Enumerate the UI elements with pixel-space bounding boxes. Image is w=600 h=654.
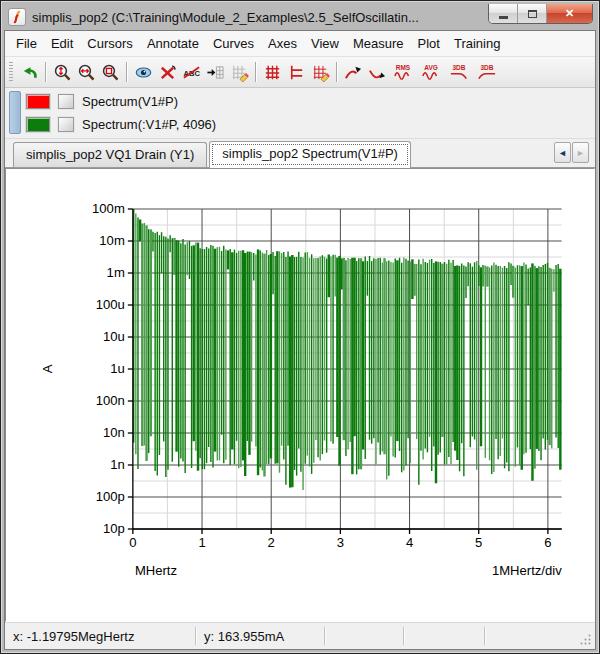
menu-plot[interactable]: Plot [411, 33, 447, 54]
status-bar: x: -1.19795MegHertz y: 163.955mA [5, 622, 595, 649]
plot-panel[interactable]: 100m10m1m100u10u1u100n10n1n100p10p012345… [5, 168, 595, 622]
zoom-x-icon[interactable] [74, 60, 98, 84]
rms-icon[interactable]: RMS [389, 60, 417, 84]
stack-axes-icon[interactable] [284, 60, 308, 84]
y-tick-label: 10u [103, 329, 125, 344]
show-curve-eye-icon[interactable] [131, 60, 155, 84]
curve-label[interactable]: Spectrum(V1#P) [82, 94, 178, 109]
menu-bar: FileEditCursorsAnnotateCurvesAxesViewMea… [5, 31, 595, 57]
y-tick-label: 1u [110, 361, 125, 376]
status-y-readout: y: 163.955mA [196, 623, 324, 649]
curve-peak-icon[interactable] [341, 60, 365, 84]
curve-label[interactable]: Spectrum(:V1#P, 4096) [82, 117, 216, 132]
y-axis-unit: A [40, 364, 55, 373]
y-tick-label: 100m [92, 201, 125, 216]
title-bar[interactable]: simplis_pop2 (C:\Training\Module_2_Examp… [4, 4, 596, 30]
y-tick-label: 10m [99, 233, 124, 248]
toolbar-separator [255, 62, 256, 82]
menu-cursors[interactable]: Cursors [80, 33, 140, 54]
add-grid-icon[interactable] [260, 60, 284, 84]
x-tick-label: 1 [198, 535, 205, 550]
x-tick-label: 2 [268, 535, 275, 550]
zoom-y-icon[interactable] [50, 60, 74, 84]
menu-axes[interactable]: Axes [261, 33, 304, 54]
curve-enable-checkbox[interactable] [58, 117, 74, 132]
curve-color-swatch[interactable] [26, 117, 50, 132]
spectrum-curve [134, 209, 561, 490]
spectrum-plot[interactable]: 100m10m1m100u10u1u100n10n1n100p10p012345… [6, 169, 594, 621]
y-tick-label: 100n [96, 393, 125, 408]
app-window: simplis_pop2 (C:\Training\Module_2_Examp… [0, 0, 600, 654]
x-tick-label: 6 [544, 535, 551, 550]
x-axis-div-label: 1MHertz/div [492, 563, 562, 578]
avg-icon[interactable]: AVG [417, 60, 445, 84]
y-tick-label: 10p [103, 521, 125, 536]
delete-annotation-icon[interactable]: ABC [179, 60, 203, 84]
tab-scroll-right-icon[interactable]: ► [572, 142, 589, 163]
window-title: simplis_pop2 (C:\Training\Module_2_Examp… [32, 10, 419, 25]
curve-trough-icon[interactable] [365, 60, 389, 84]
minimize-button[interactable] [489, 4, 518, 23]
undo-icon[interactable] [17, 60, 41, 84]
edit-grid-icon[interactable] [308, 60, 332, 84]
zoom-box-icon[interactable] [98, 60, 122, 84]
app-logo-icon [8, 8, 26, 26]
x-tick-label: 0 [129, 535, 136, 550]
curve-legend: Spectrum(V1#P)Spectrum(:V1#P, 4096) [5, 88, 595, 139]
legend-row: Spectrum(:V1#P, 4096) [26, 114, 595, 134]
menu-annotate[interactable]: Annotate [140, 33, 206, 54]
tab-scroll-left-icon[interactable]: ◄ [554, 142, 571, 163]
y-tick-label: 100u [96, 297, 125, 312]
maximize-button[interactable] [518, 4, 547, 23]
move-curve-icon[interactable] [203, 60, 227, 84]
edit-axis-icon[interactable] [227, 60, 251, 84]
legend-drag-strip[interactable] [9, 91, 21, 134]
menu-file[interactable]: File [9, 33, 44, 54]
graph-tab-bar: simplis_pop2 VQ1 Drain (Y1)simplis_pop2 … [5, 139, 595, 168]
toolbar-separator [336, 62, 337, 82]
db3-low-icon[interactable]: 3DB [445, 60, 473, 84]
legend-row: Spectrum(V1#P) [26, 91, 595, 111]
x-tick-label: 4 [406, 535, 413, 550]
menu-measure[interactable]: Measure [346, 33, 411, 54]
status-x-readout: x: -1.19795MegHertz [5, 623, 195, 649]
toolbar-separator [45, 62, 46, 82]
client-area: FileEditCursorsAnnotateCurvesAxesViewMea… [4, 30, 596, 650]
menu-training[interactable]: Training [447, 33, 507, 54]
window-controls: ✕ [488, 4, 593, 24]
x-axis-unit: MHertz [135, 563, 177, 578]
db3-high-icon[interactable]: 3DB [473, 60, 501, 84]
menu-edit[interactable]: Edit [44, 33, 80, 54]
graph-tab[interactable]: simplis_pop2 VQ1 Drain (Y1) [13, 142, 207, 167]
x-tick-label: 3 [337, 535, 344, 550]
toolbar-separator [126, 62, 127, 82]
toolbar: ABCRMSAVG3DB3DB [5, 57, 595, 88]
x-tick-label: 5 [475, 535, 482, 550]
menu-curves[interactable]: Curves [206, 33, 261, 54]
y-tick-label: 1n [110, 457, 125, 472]
toolbar-grip[interactable] [9, 62, 13, 82]
menu-view[interactable]: View [304, 33, 346, 54]
close-button[interactable]: ✕ [547, 4, 592, 23]
resize-grip[interactable] [579, 633, 592, 646]
graph-tab[interactable]: simplis_pop2 Spectrum(V1#P) [209, 141, 411, 168]
curve-enable-checkbox[interactable] [58, 94, 74, 109]
curve-color-swatch[interactable] [26, 94, 50, 109]
y-tick-label: 10n [103, 425, 125, 440]
delete-curve-icon[interactable] [155, 60, 179, 84]
tab-scroll-buttons: ◄ ► [554, 142, 589, 163]
y-tick-label: 100p [96, 489, 125, 504]
y-tick-label: 1m [107, 265, 125, 280]
